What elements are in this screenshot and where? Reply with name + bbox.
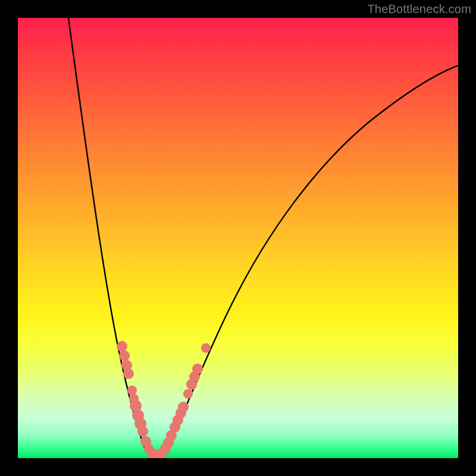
data-point bbox=[123, 368, 134, 379]
curve-left-branch bbox=[68, 18, 155, 458]
watermark-text: TheBottleneck.com bbox=[367, 2, 471, 16]
data-point bbox=[178, 402, 189, 412]
data-point bbox=[137, 426, 148, 437]
data-point bbox=[201, 343, 211, 353]
data-point bbox=[119, 350, 130, 361]
curve-right-branch bbox=[155, 65, 458, 458]
data-point-cluster bbox=[117, 341, 211, 458]
data-point bbox=[127, 386, 137, 395]
data-point bbox=[183, 389, 193, 399]
data-point bbox=[117, 341, 127, 352]
chart-plot-area bbox=[18, 18, 458, 458]
bottleneck-curve bbox=[18, 18, 458, 458]
data-point bbox=[192, 364, 203, 374]
